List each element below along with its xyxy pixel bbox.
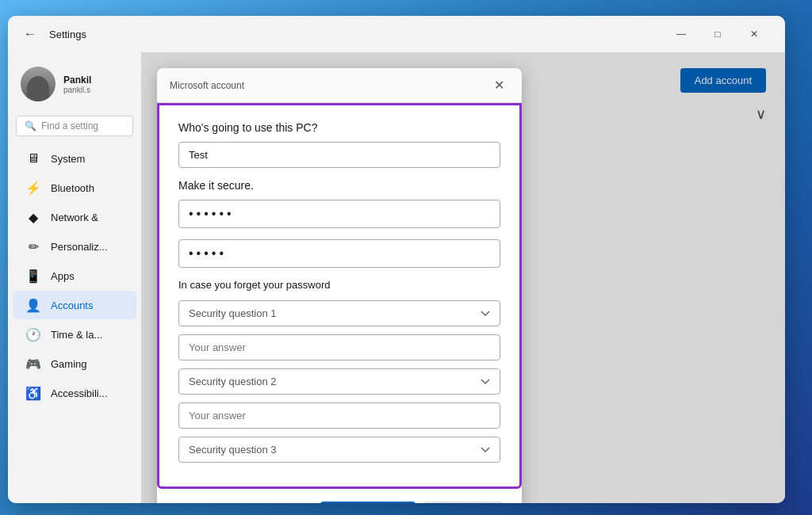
next-button[interactable]: Next	[320, 502, 416, 503]
search-icon: 🔍	[25, 120, 36, 132]
window-controls: — □ ✕	[663, 21, 772, 47]
avatar	[21, 67, 56, 101]
apps-icon: 📱	[25, 268, 41, 284]
sidebar-item-bluetooth[interactable]: ⚡ Bluetooth	[13, 174, 136, 202]
accounts-icon: 👤	[25, 297, 41, 313]
gaming-icon: 🎮	[25, 356, 41, 372]
sidebar-item-label: Personaliz...	[51, 241, 108, 253]
sidebar-item-label: Bluetooth	[51, 182, 94, 194]
answer-2-input[interactable]	[178, 402, 500, 429]
sidebar-item-label: System	[51, 153, 85, 165]
search-box[interactable]: 🔍 Find a setting	[16, 116, 133, 136]
back-button-dialog[interactable]: Back	[423, 502, 503, 503]
user-name: Pankil	[63, 74, 91, 86]
sidebar-item-label: Time & la...	[51, 329, 102, 341]
password-input[interactable]	[178, 200, 500, 228]
time-icon: 🕐	[25, 326, 41, 342]
security-question-2-select[interactable]: Security question 2	[178, 368, 500, 395]
settings-content: Pankil pankil.s 🔍 Find a setting 🖥 Syste…	[8, 52, 785, 503]
user-info: Pankil pankil.s	[63, 74, 91, 94]
sidebar-item-gaming[interactable]: 🎮 Gaming	[13, 349, 136, 378]
dialog-body: Who's going to use this PC? Make it secu…	[157, 103, 522, 489]
dialog-footer: Next Back	[157, 489, 522, 503]
search-placeholder: Find a setting	[41, 120, 98, 132]
sidebar-item-label: Gaming	[51, 358, 87, 370]
security-question-1-select[interactable]: Security question 1	[178, 300, 500, 326]
sidebar-item-network[interactable]: ◆ Network &	[13, 203, 136, 231]
sidebar: Pankil pankil.s 🔍 Find a setting 🖥 Syste…	[8, 52, 141, 503]
settings-window: ← Settings — □ ✕ Pankil pankil.s	[8, 16, 785, 503]
title-bar: ← Settings — □ ✕	[8, 16, 785, 52]
confirm-password-input[interactable]	[178, 239, 500, 268]
accessibility-icon: ♿	[25, 385, 41, 401]
microsoft-account-dialog: Microsoft account ✕ Who's going to use t…	[157, 68, 522, 503]
personalize-icon: ✏	[25, 238, 41, 254]
user-profile: Pankil pankil.s	[8, 59, 141, 109]
dialog-overlay: Microsoft account ✕ Who's going to use t…	[141, 52, 785, 503]
title-bar-left: ← Settings	[21, 24, 86, 44]
network-icon: ◆	[25, 209, 41, 225]
name-input[interactable]	[178, 142, 500, 168]
sidebar-item-apps[interactable]: 📱 Apps	[13, 261, 136, 290]
maximize-button[interactable]: □	[699, 21, 736, 47]
sidebar-item-accessibility[interactable]: ♿ Accessibili...	[13, 379, 136, 407]
make-secure-label: Make it secure.	[178, 179, 500, 192]
sidebar-item-label: Accounts	[51, 299, 93, 311]
minimize-button[interactable]: —	[663, 21, 699, 47]
avatar-image	[21, 67, 56, 101]
answer-1-input[interactable]	[178, 334, 500, 360]
dialog-close-button[interactable]: ✕	[489, 76, 509, 94]
avatar-silhouette	[27, 76, 49, 101]
sidebar-item-label: Network &	[51, 212, 98, 223]
dialog-title: Microsoft account	[170, 80, 244, 91]
sidebar-item-personalize[interactable]: ✏ Personaliz...	[13, 232, 136, 261]
system-icon: 🖥	[25, 151, 41, 166]
forgot-label: In case you forget your password	[178, 279, 500, 291]
sidebar-item-time[interactable]: 🕐 Time & la...	[13, 320, 136, 349]
main-area: Add account ∨ Microsoft account ✕ Who's …	[141, 52, 785, 503]
dialog-title-bar: Microsoft account ✕	[157, 68, 522, 103]
user-email: pankil.s	[63, 86, 91, 94]
close-button[interactable]: ✕	[736, 21, 772, 47]
sidebar-item-label: Accessibili...	[51, 387, 108, 399]
sidebar-item-label: Apps	[51, 270, 75, 282]
window-title: Settings	[49, 29, 86, 40]
security-question-3-select[interactable]: Security question 3	[178, 437, 500, 463]
back-button[interactable]: ←	[21, 24, 40, 44]
bluetooth-icon: ⚡	[25, 180, 41, 196]
sidebar-item-accounts[interactable]: 👤 Accounts	[13, 291, 136, 319]
who-label: Who's going to use this PC?	[178, 121, 500, 134]
sidebar-item-system[interactable]: 🖥 System	[13, 144, 136, 173]
